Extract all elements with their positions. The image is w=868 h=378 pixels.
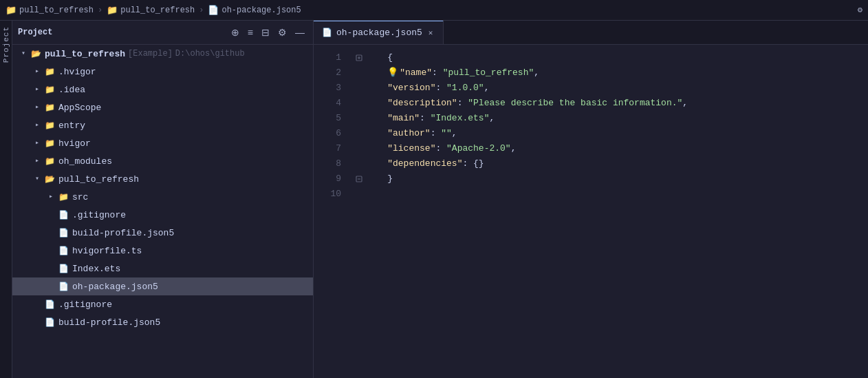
fold-indicator-10[interactable] [354, 189, 365, 200]
tab-close-button[interactable]: ✕ [426, 28, 435, 38]
tab-oh-package[interactable]: 📄 oh-package.json5 ✕ [314, 21, 444, 44]
tree-item-2[interactable]: 📁.hvigor [12, 63, 313, 81]
breadcrumb-item-3[interactable]: oh-package.json5 [221, 6, 301, 15]
tree-item-14[interactable]: 📄oh-package.json5 [12, 277, 313, 295]
token-brace: } [387, 171, 393, 187]
fold-indicator-5[interactable] [354, 113, 365, 124]
tree-item-7[interactable]: 📁oh_modules [12, 152, 313, 170]
sidebar: Project ⊕ ≡ ⊟ ⚙ — 📂pull_to_refresh [Exam… [12, 21, 314, 378]
code-line-8: "dependencies": {} [354, 156, 868, 171]
token-key: "name" [400, 65, 432, 81]
tree-arrow [32, 102, 43, 113]
token-key: "main" [387, 111, 420, 126]
line-number-5: 5 [314, 111, 341, 126]
tree-item-12[interactable]: 📄hvigorfile.ts [12, 242, 313, 260]
toolbar-btn-expand[interactable]: ⊟ [259, 25, 272, 39]
tree-icon: 📄 [58, 245, 69, 256]
breadcrumb-item-1[interactable]: pull_to_refresh [19, 6, 94, 15]
token-punct: , [682, 96, 688, 111]
tree-icon: 📁 [44, 66, 55, 77]
tree-item-11[interactable]: 📄build-profile.json5 [12, 224, 313, 242]
toolbar-btn-collapse[interactable]: ≡ [245, 25, 256, 39]
tree-item-10[interactable]: 📄.gitignore [12, 206, 313, 224]
tree-item-3[interactable]: 📁.idea [12, 81, 313, 98]
tree-item-15[interactable]: 📄.gitignore [12, 295, 313, 313]
line-number-6: 6 [314, 126, 341, 141]
tree-arrow [32, 66, 43, 77]
tree-arrow [18, 48, 29, 59]
tree-icon: 📄 [44, 299, 55, 310]
line-number-8: 8 [314, 156, 341, 171]
tree-label: pull_to_refresh [45, 49, 125, 59]
code-indent [366, 171, 387, 187]
activity-bar-label: Project [2, 26, 10, 63]
tree-item-9[interactable]: 📁src [12, 188, 313, 206]
toolbar-btn-minimize[interactable]: — [292, 25, 307, 39]
tree-icon: 📁 [44, 102, 55, 113]
tree-label: oh_modules [58, 156, 112, 167]
tree-icon: 📂 [30, 48, 41, 59]
token-punct: , [534, 65, 539, 81]
toolbar-btn-add[interactable]: ⊕ [228, 25, 242, 39]
token-key: "author" [387, 126, 430, 141]
tree-item-16[interactable]: 📄build-profile.json5 [12, 313, 313, 331]
tree-icon: 📄 [58, 281, 69, 292]
line-number-1: 1 [314, 50, 341, 65]
editor-area: 📄 oh-package.json5 ✕ 12345678910 { 💡"nam… [314, 21, 868, 378]
tree-arrow [32, 138, 43, 149]
code-indent [366, 81, 387, 96]
tree-label: .gitignore [72, 210, 126, 220]
breadcrumb-sep-1: › [98, 6, 102, 15]
code-line-3: "version": "1.0.0", [354, 81, 868, 96]
token-colon: : [435, 81, 446, 96]
token-string: "1.0.0" [446, 81, 484, 96]
tree-item-8[interactable]: 📂pull_to_refresh [12, 170, 313, 188]
token-punct: , [484, 81, 490, 96]
token-key: "version" [387, 81, 435, 96]
token-colon: : [457, 96, 468, 111]
breadcrumb-item-2[interactable]: pull_to_refresh [120, 6, 195, 15]
code-indent [366, 50, 387, 65]
line-number-9: 9 [314, 171, 341, 187]
line-number-3: 3 [314, 81, 341, 96]
settings-icon[interactable]: ⚙ [858, 5, 862, 15]
token-string: "" [441, 126, 452, 141]
sidebar-toolbar: Project ⊕ ≡ ⊟ ⚙ — [12, 21, 313, 45]
code-line-7: "license": "Apache-2.0", [354, 141, 868, 156]
tab-file-icon: 📄 [322, 28, 332, 38]
tree-label: build-profile.json5 [72, 228, 174, 238]
tree-label: oh-package.json5 [72, 282, 158, 292]
breadcrumb-bar: 📁 pull_to_refresh › 📁 pull_to_refresh › … [0, 0, 868, 21]
tree-label: hvigorfile.ts [72, 246, 142, 256]
token-punct: , [452, 126, 457, 141]
token-brace: {} [473, 156, 484, 171]
toolbar-btn-settings[interactable]: ⚙ [275, 25, 290, 39]
fold-indicator-9[interactable] [354, 174, 365, 185]
token-colon: : [420, 111, 431, 126]
fold-indicator-2[interactable] [354, 67, 365, 78]
code-line-9: } [354, 171, 868, 187]
tree-item-13[interactable]: 📄Index.ets [12, 260, 313, 277]
tree-path-label: D:\ohos\github [175, 49, 245, 59]
token-lightbulb: 💡 [387, 65, 398, 81]
tree-item-5[interactable]: 📁entry [12, 116, 313, 134]
tree-item-1[interactable]: 📂pull_to_refresh [Example] D:\ohos\githu… [12, 45, 313, 63]
fold-indicator-4[interactable] [354, 98, 365, 109]
code-line-5: "main": "Index.ets", [354, 111, 868, 126]
activity-bar: Project [0, 21, 12, 378]
breadcrumb-file-icon: 📄 [208, 5, 219, 16]
fold-indicator-3[interactable] [354, 83, 365, 94]
code-content[interactable]: { 💡"name": "pull_to_refresh", "version":… [348, 45, 868, 378]
token-colon: : [462, 156, 473, 171]
fold-indicator-1[interactable] [354, 52, 365, 63]
code-line-4: "description": "Please describe the basi… [354, 96, 868, 111]
token-string: "pull_to_refresh" [443, 65, 534, 81]
code-indent [366, 65, 387, 81]
tree-item-6[interactable]: 📁hvigor [12, 134, 313, 152]
token-key: "license" [387, 141, 435, 156]
fold-indicator-7[interactable] [354, 143, 365, 154]
fold-indicator-6[interactable] [354, 128, 365, 139]
fold-indicator-8[interactable] [354, 158, 365, 169]
tree-item-4[interactable]: 📁AppScope [12, 98, 313, 116]
tree-label: AppScope [58, 103, 101, 113]
